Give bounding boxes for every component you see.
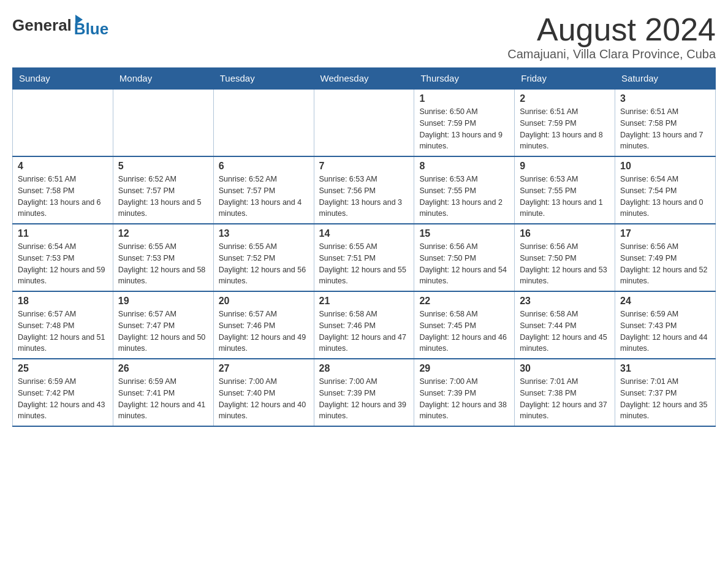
day-number: 5 xyxy=(118,161,208,172)
calendar-cell: 2Sunrise: 6:51 AMSunset: 7:59 PMDaylight… xyxy=(515,89,615,156)
calendar-week-row: 4Sunrise: 6:51 AMSunset: 7:58 PMDaylight… xyxy=(13,156,716,224)
day-info: Sunrise: 6:58 AMSunset: 7:45 PMDaylight:… xyxy=(419,308,509,354)
day-number: 25 xyxy=(18,363,108,374)
day-info: Sunrise: 6:57 AMSunset: 7:48 PMDaylight:… xyxy=(18,308,108,354)
calendar-table: SundayMondayTuesdayWednesdayThursdayFrid… xyxy=(12,67,716,427)
calendar-cell: 10Sunrise: 6:54 AMSunset: 7:54 PMDayligh… xyxy=(615,156,716,224)
day-info: Sunrise: 6:52 AMSunset: 7:57 PMDaylight:… xyxy=(219,174,309,220)
calendar-cell: 24Sunrise: 6:59 AMSunset: 7:43 PMDayligh… xyxy=(615,291,716,359)
day-info: Sunrise: 6:51 AMSunset: 7:58 PMDaylight:… xyxy=(18,174,108,220)
day-info: Sunrise: 6:59 AMSunset: 7:43 PMDaylight:… xyxy=(620,308,710,354)
day-number: 29 xyxy=(419,363,509,374)
day-info: Sunrise: 7:01 AMSunset: 7:38 PMDaylight:… xyxy=(520,376,610,422)
day-number: 27 xyxy=(219,363,309,374)
day-number: 2 xyxy=(520,93,610,104)
day-info: Sunrise: 6:58 AMSunset: 7:46 PMDaylight:… xyxy=(319,308,409,354)
calendar-cell: 22Sunrise: 6:58 AMSunset: 7:45 PMDayligh… xyxy=(414,291,515,359)
day-number: 21 xyxy=(319,296,409,307)
calendar-cell: 17Sunrise: 6:56 AMSunset: 7:49 PMDayligh… xyxy=(615,224,716,291)
calendar-cell: 27Sunrise: 7:00 AMSunset: 7:40 PMDayligh… xyxy=(213,359,314,426)
calendar-cell: 16Sunrise: 6:56 AMSunset: 7:50 PMDayligh… xyxy=(515,224,615,291)
weekday-header-sunday: Sunday xyxy=(13,68,113,90)
weekday-header-monday: Monday xyxy=(113,68,213,90)
page-header: General Blue August 2024 Camajuani, Vill… xyxy=(12,12,716,61)
calendar-week-row: 18Sunrise: 6:57 AMSunset: 7:48 PMDayligh… xyxy=(13,291,716,359)
day-info: Sunrise: 6:52 AMSunset: 7:57 PMDaylight:… xyxy=(118,174,208,220)
calendar-cell: 19Sunrise: 6:57 AMSunset: 7:47 PMDayligh… xyxy=(113,291,213,359)
day-info: Sunrise: 6:54 AMSunset: 7:53 PMDaylight:… xyxy=(18,241,108,287)
calendar-cell: 1Sunrise: 6:50 AMSunset: 7:59 PMDaylight… xyxy=(414,89,515,156)
day-info: Sunrise: 6:53 AMSunset: 7:55 PMDaylight:… xyxy=(520,174,610,220)
calendar-cell xyxy=(314,89,414,156)
day-info: Sunrise: 6:55 AMSunset: 7:52 PMDaylight:… xyxy=(219,241,309,287)
calendar-cell xyxy=(113,89,213,156)
calendar-cell: 12Sunrise: 6:55 AMSunset: 7:53 PMDayligh… xyxy=(113,224,213,291)
calendar-header-row: SundayMondayTuesdayWednesdayThursdayFrid… xyxy=(13,68,716,90)
calendar-week-row: 11Sunrise: 6:54 AMSunset: 7:53 PMDayligh… xyxy=(13,224,716,291)
calendar-week-row: 25Sunrise: 6:59 AMSunset: 7:42 PMDayligh… xyxy=(13,359,716,426)
day-number: 16 xyxy=(520,228,610,239)
calendar-cell: 5Sunrise: 6:52 AMSunset: 7:57 PMDaylight… xyxy=(113,156,213,224)
logo-blue: Blue xyxy=(74,20,108,39)
calendar-cell: 3Sunrise: 6:51 AMSunset: 7:58 PMDaylight… xyxy=(615,89,716,156)
calendar-cell: 31Sunrise: 7:01 AMSunset: 7:37 PMDayligh… xyxy=(615,359,716,426)
calendar-cell: 13Sunrise: 6:55 AMSunset: 7:52 PMDayligh… xyxy=(213,224,314,291)
day-number: 30 xyxy=(520,363,610,374)
month-title: August 2024 xyxy=(507,12,716,47)
calendar-cell: 15Sunrise: 6:56 AMSunset: 7:50 PMDayligh… xyxy=(414,224,515,291)
day-info: Sunrise: 6:56 AMSunset: 7:50 PMDaylight:… xyxy=(419,241,509,287)
day-info: Sunrise: 7:00 AMSunset: 7:39 PMDaylight:… xyxy=(319,376,409,422)
calendar-cell: 20Sunrise: 6:57 AMSunset: 7:46 PMDayligh… xyxy=(213,291,314,359)
day-number: 6 xyxy=(219,161,309,172)
calendar-cell: 21Sunrise: 6:58 AMSunset: 7:46 PMDayligh… xyxy=(314,291,414,359)
weekday-header-wednesday: Wednesday xyxy=(314,68,414,90)
day-info: Sunrise: 6:55 AMSunset: 7:51 PMDaylight:… xyxy=(319,241,409,287)
calendar-cell: 29Sunrise: 7:00 AMSunset: 7:39 PMDayligh… xyxy=(414,359,515,426)
day-number: 4 xyxy=(18,161,108,172)
calendar-cell: 30Sunrise: 7:01 AMSunset: 7:38 PMDayligh… xyxy=(515,359,615,426)
day-info: Sunrise: 6:57 AMSunset: 7:47 PMDaylight:… xyxy=(118,308,208,354)
day-info: Sunrise: 6:57 AMSunset: 7:46 PMDaylight:… xyxy=(219,308,309,354)
calendar-cell xyxy=(213,89,314,156)
title-section: August 2024 Camajuani, Villa Clara Provi… xyxy=(507,12,716,61)
day-number: 12 xyxy=(118,228,208,239)
day-info: Sunrise: 6:51 AMSunset: 7:59 PMDaylight:… xyxy=(520,106,610,152)
day-number: 19 xyxy=(118,296,208,307)
day-info: Sunrise: 6:54 AMSunset: 7:54 PMDaylight:… xyxy=(620,174,710,220)
day-number: 1 xyxy=(419,93,509,104)
calendar-cell: 18Sunrise: 6:57 AMSunset: 7:48 PMDayligh… xyxy=(13,291,113,359)
calendar-cell: 9Sunrise: 6:53 AMSunset: 7:55 PMDaylight… xyxy=(515,156,615,224)
weekday-header-thursday: Thursday xyxy=(414,68,515,90)
day-number: 9 xyxy=(520,161,610,172)
location: Camajuani, Villa Clara Province, Cuba xyxy=(507,47,716,61)
calendar-cell: 26Sunrise: 6:59 AMSunset: 7:41 PMDayligh… xyxy=(113,359,213,426)
calendar-week-row: 1Sunrise: 6:50 AMSunset: 7:59 PMDaylight… xyxy=(13,89,716,156)
day-info: Sunrise: 6:58 AMSunset: 7:44 PMDaylight:… xyxy=(520,308,610,354)
calendar-cell: 28Sunrise: 7:00 AMSunset: 7:39 PMDayligh… xyxy=(314,359,414,426)
day-number: 26 xyxy=(118,363,208,374)
weekday-header-saturday: Saturday xyxy=(615,68,716,90)
day-info: Sunrise: 7:00 AMSunset: 7:40 PMDaylight:… xyxy=(219,376,309,422)
calendar-cell: 23Sunrise: 6:58 AMSunset: 7:44 PMDayligh… xyxy=(515,291,615,359)
day-number: 22 xyxy=(419,296,509,307)
day-number: 24 xyxy=(620,296,710,307)
day-number: 10 xyxy=(620,161,710,172)
day-number: 11 xyxy=(18,228,108,239)
day-number: 8 xyxy=(419,161,509,172)
day-number: 23 xyxy=(520,296,610,307)
day-info: Sunrise: 6:53 AMSunset: 7:56 PMDaylight:… xyxy=(319,174,409,220)
weekday-header-tuesday: Tuesday xyxy=(213,68,314,90)
calendar-cell: 14Sunrise: 6:55 AMSunset: 7:51 PMDayligh… xyxy=(314,224,414,291)
day-info: Sunrise: 6:56 AMSunset: 7:49 PMDaylight:… xyxy=(620,241,710,287)
day-info: Sunrise: 7:00 AMSunset: 7:39 PMDaylight:… xyxy=(419,376,509,422)
day-number: 14 xyxy=(319,228,409,239)
calendar-cell: 7Sunrise: 6:53 AMSunset: 7:56 PMDaylight… xyxy=(314,156,414,224)
logo: General Blue xyxy=(12,12,108,39)
day-info: Sunrise: 6:59 AMSunset: 7:42 PMDaylight:… xyxy=(18,376,108,422)
calendar-cell xyxy=(13,89,113,156)
day-info: Sunrise: 6:50 AMSunset: 7:59 PMDaylight:… xyxy=(419,106,509,152)
day-number: 28 xyxy=(319,363,409,374)
day-info: Sunrise: 6:55 AMSunset: 7:53 PMDaylight:… xyxy=(118,241,208,287)
day-number: 3 xyxy=(620,93,710,104)
day-number: 17 xyxy=(620,228,710,239)
